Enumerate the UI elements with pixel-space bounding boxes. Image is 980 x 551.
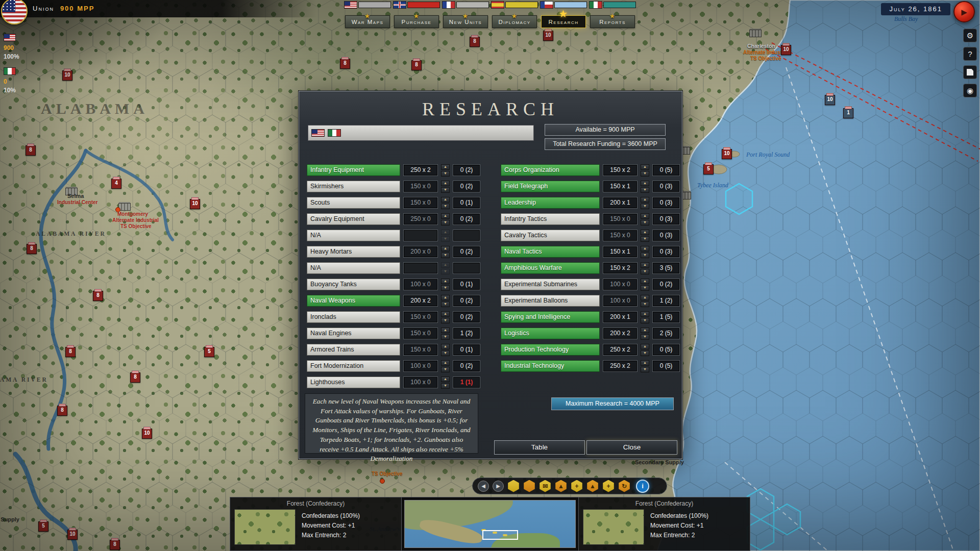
research-item-label[interactable]: Ironclads xyxy=(307,311,400,323)
diplomacy-flag-france[interactable] xyxy=(442,1,489,9)
research-item-label[interactable]: Naval Engines xyxy=(307,328,400,339)
unit-badge[interactable]: 8 xyxy=(93,291,103,301)
unit-badge[interactable]: 8 xyxy=(340,59,350,69)
record-circle-icon[interactable]: ◉ xyxy=(963,84,977,97)
spinner-down-icon[interactable]: ▼ xyxy=(641,236,649,242)
spinner-down-icon[interactable]: ▼ xyxy=(441,253,450,258)
spinner-up-icon[interactable]: ▲ xyxy=(641,197,649,203)
spinner-down-icon[interactable]: ▼ xyxy=(641,187,649,193)
minimap-viewport[interactable] xyxy=(482,530,518,540)
menu-war-maps-button[interactable]: ★War Maps xyxy=(345,15,390,28)
unit-badge[interactable]: 8 xyxy=(110,540,120,550)
spinner-down-icon[interactable]: ▼ xyxy=(441,220,450,226)
reinforce-icon[interactable]: + xyxy=(571,480,583,492)
spinner-down-icon[interactable]: ▼ xyxy=(641,302,649,307)
spinner-down-icon[interactable]: ▼ xyxy=(441,187,450,193)
unit-badge[interactable]: 10 xyxy=(142,429,152,439)
fleet-badge[interactable]: 1 xyxy=(843,108,853,118)
spinner-down-icon[interactable]: ▼ xyxy=(441,367,450,372)
unit-badge[interactable]: 5 xyxy=(38,521,48,532)
spinner-down-icon[interactable]: ▼ xyxy=(441,383,450,389)
research-item-label[interactable]: Buoyancy Tanks xyxy=(307,279,400,290)
spinner-up-icon[interactable]: ▲ xyxy=(441,360,450,366)
info-toggle-icon[interactable]: i xyxy=(636,480,649,493)
add-unit-icon[interactable]: + xyxy=(602,480,615,492)
spinner-up-icon[interactable]: ▲ xyxy=(441,197,450,203)
end-turn-button[interactable]: ▶ xyxy=(953,1,975,22)
help-icon[interactable]: ? xyxy=(963,47,977,61)
spinner-up-icon[interactable]: ▲ xyxy=(441,164,450,170)
unit-badge[interactable]: 8 xyxy=(411,60,422,70)
spinner-down-icon[interactable]: ▼ xyxy=(441,236,450,242)
prev-unit-button[interactable]: ◀ xyxy=(478,481,489,492)
spinner-down-icon[interactable]: ▼ xyxy=(641,171,649,177)
research-item-label[interactable]: Armored Trains xyxy=(307,344,400,356)
spinner-up-icon[interactable]: ▲ xyxy=(641,181,649,186)
mail-icon[interactable]: ✉ xyxy=(539,480,551,492)
research-item-label[interactable]: Lighthouses xyxy=(307,377,400,388)
settings-gear-icon[interactable]: ⚙ xyxy=(963,29,977,42)
unit-badge[interactable]: 10 xyxy=(67,530,78,540)
diplomacy-flag-mexico[interactable] xyxy=(589,1,636,9)
unit-badge[interactable]: 10 xyxy=(781,45,791,55)
unit-badge[interactable]: 8 xyxy=(26,145,36,156)
spinner-up-icon[interactable]: ▲ xyxy=(441,230,450,235)
spinner-up-icon[interactable]: ▲ xyxy=(641,262,649,268)
spinner-up-icon[interactable]: ▲ xyxy=(641,311,649,317)
spinner-up-icon[interactable]: ▲ xyxy=(641,328,649,333)
transport-icon[interactable]: ▲ xyxy=(586,480,599,492)
spinner-down-icon[interactable]: ▼ xyxy=(441,285,450,291)
research-item-label[interactable]: Production Technology xyxy=(501,344,600,356)
spinner-down-icon[interactable]: ▼ xyxy=(441,350,450,356)
unit-badge[interactable]: 10 xyxy=(543,31,553,41)
unit-badge[interactable]: 8 xyxy=(130,372,140,383)
research-item-label[interactable]: N/A xyxy=(307,230,400,241)
research-item-label[interactable]: Infantry Equipment xyxy=(307,164,400,176)
spinner-up-icon[interactable]: ▲ xyxy=(641,344,649,349)
menu-purchase-button[interactable]: ★Purchase xyxy=(394,15,439,28)
spinner-up-icon[interactable]: ▲ xyxy=(441,213,450,219)
spinner-up-icon[interactable]: ▲ xyxy=(441,262,450,268)
spinner-down-icon[interactable]: ▼ xyxy=(641,318,649,323)
spinner-down-icon[interactable]: ▼ xyxy=(441,204,450,209)
undo-icon[interactable]: ↻ xyxy=(618,480,630,492)
city-charleston[interactable] xyxy=(749,30,762,37)
diplomacy-flag-britain[interactable] xyxy=(393,1,440,9)
spinner-down-icon[interactable]: ▼ xyxy=(641,367,649,372)
spinner-up-icon[interactable]: ▲ xyxy=(441,344,450,349)
spinner-up-icon[interactable]: ▲ xyxy=(441,279,450,284)
spinner-down-icon[interactable]: ▼ xyxy=(441,269,450,274)
fleet-badge[interactable]: 10 xyxy=(825,95,835,105)
research-item-label[interactable]: Experimental Balloons xyxy=(501,295,600,307)
spinner-down-icon[interactable]: ▼ xyxy=(641,334,649,340)
minimap[interactable] xyxy=(404,500,576,548)
research-item-label[interactable]: Infantry Tactics xyxy=(501,213,600,225)
unit-badge[interactable]: 8 xyxy=(470,37,480,47)
unit-badge[interactable]: 8 xyxy=(65,347,76,357)
spinner-up-icon[interactable]: ▲ xyxy=(641,246,649,252)
spinner-up-icon[interactable]: ▲ xyxy=(441,181,450,186)
unit-badge[interactable]: 5 xyxy=(703,164,714,174)
menu-new-units-button[interactable]: ★New Units xyxy=(443,15,488,28)
unit-badge[interactable]: 8 xyxy=(27,244,37,254)
research-item-label[interactable]: Leadership xyxy=(501,197,600,209)
spinner-up-icon[interactable]: ▲ xyxy=(641,279,649,284)
menu-reports-button[interactable]: ★Reports xyxy=(590,15,635,28)
spinner-up-icon[interactable]: ▲ xyxy=(441,328,450,333)
research-item-label[interactable]: Field Telegraph xyxy=(501,181,600,192)
spinner-down-icon[interactable]: ▼ xyxy=(641,220,649,226)
spinner-down-icon[interactable]: ▼ xyxy=(641,269,649,274)
close-button[interactable]: Close xyxy=(586,440,677,455)
research-item-label[interactable]: Experimental Submarines xyxy=(501,279,600,290)
unit-badge[interactable]: 5 xyxy=(204,347,214,357)
research-item-label[interactable]: Scouts xyxy=(307,197,400,209)
menu-research-button[interactable]: ★Research xyxy=(541,15,586,28)
next-unit-button[interactable]: ▶ xyxy=(493,481,504,492)
research-item-label[interactable]: Spying and Intelligence xyxy=(501,311,600,323)
table-button[interactable]: Table xyxy=(494,440,585,455)
research-item-label[interactable]: Naval Tactics xyxy=(501,246,600,258)
mexico-flag-icon[interactable] xyxy=(328,129,341,137)
spinner-up-icon[interactable]: ▲ xyxy=(441,246,450,252)
key-icon[interactable] xyxy=(523,480,535,492)
spinner-up-icon[interactable]: ▲ xyxy=(641,164,649,170)
